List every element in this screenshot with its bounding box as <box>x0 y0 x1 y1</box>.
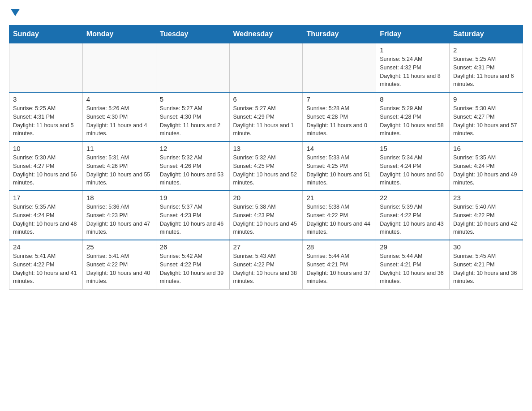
calendar-cell: 25Sunrise: 5:41 AMSunset: 4:22 PMDayligh… <box>82 240 156 289</box>
logo <box>9 9 20 16</box>
logo-triangle-icon <box>11 9 20 16</box>
day-info: Sunrise: 5:43 AMSunset: 4:22 PMDaylight:… <box>233 252 299 286</box>
calendar-cell: 3Sunrise: 5:25 AMSunset: 4:31 PMDaylight… <box>9 92 83 141</box>
day-info: Sunrise: 5:38 AMSunset: 4:22 PMDaylight:… <box>306 203 372 236</box>
week-row-2: 3Sunrise: 5:25 AMSunset: 4:31 PMDaylight… <box>9 92 523 141</box>
day-number: 30 <box>453 243 519 251</box>
calendar-cell: 16Sunrise: 5:35 AMSunset: 4:24 PMDayligh… <box>450 141 523 191</box>
calendar-cell: 24Sunrise: 5:41 AMSunset: 4:22 PMDayligh… <box>9 240 83 289</box>
day-info: Sunrise: 5:31 AMSunset: 4:26 PMDaylight:… <box>86 154 152 187</box>
day-number: 11 <box>86 145 152 152</box>
day-number: 26 <box>160 243 226 251</box>
day-number: 5 <box>160 95 226 103</box>
day-number: 28 <box>306 243 372 251</box>
calendar-cell: 2Sunrise: 5:25 AMSunset: 4:31 PMDaylight… <box>450 43 523 92</box>
week-row-3: 10Sunrise: 5:30 AMSunset: 4:27 PMDayligh… <box>9 141 523 191</box>
day-number: 27 <box>233 243 299 251</box>
calendar-cell: 13Sunrise: 5:32 AMSunset: 4:25 PMDayligh… <box>229 141 303 191</box>
calendar-cell: 26Sunrise: 5:42 AMSunset: 4:22 PMDayligh… <box>156 240 229 289</box>
day-number: 22 <box>380 194 446 201</box>
day-info: Sunrise: 5:37 AMSunset: 4:23 PMDaylight:… <box>160 203 226 236</box>
day-info: Sunrise: 5:27 AMSunset: 4:30 PMDaylight:… <box>160 104 226 138</box>
day-info: Sunrise: 5:32 AMSunset: 4:25 PMDaylight:… <box>233 154 299 187</box>
day-info: Sunrise: 5:32 AMSunset: 4:26 PMDaylight:… <box>160 154 226 187</box>
day-number: 7 <box>306 95 372 103</box>
calendar-cell: 28Sunrise: 5:44 AMSunset: 4:21 PMDayligh… <box>303 240 376 289</box>
day-info: Sunrise: 5:28 AMSunset: 4:28 PMDaylight:… <box>306 104 372 138</box>
calendar-cell <box>9 43 83 92</box>
day-number: 3 <box>13 95 79 103</box>
day-number: 13 <box>233 145 299 152</box>
weekday-header-thursday: Thursday <box>303 26 376 43</box>
day-info: Sunrise: 5:44 AMSunset: 4:21 PMDaylight:… <box>380 252 446 286</box>
day-info: Sunrise: 5:40 AMSunset: 4:22 PMDaylight:… <box>453 203 519 236</box>
calendar-cell <box>156 43 229 92</box>
week-row-4: 17Sunrise: 5:35 AMSunset: 4:24 PMDayligh… <box>9 191 523 240</box>
calendar-cell: 6Sunrise: 5:27 AMSunset: 4:29 PMDaylight… <box>229 92 303 141</box>
day-info: Sunrise: 5:41 AMSunset: 4:22 PMDaylight:… <box>86 252 152 286</box>
day-number: 18 <box>86 194 152 201</box>
day-info: Sunrise: 5:42 AMSunset: 4:22 PMDaylight:… <box>160 252 226 286</box>
calendar-cell: 27Sunrise: 5:43 AMSunset: 4:22 PMDayligh… <box>229 240 303 289</box>
day-number: 4 <box>86 95 152 103</box>
day-number: 25 <box>86 243 152 251</box>
day-info: Sunrise: 5:30 AMSunset: 4:27 PMDaylight:… <box>453 104 519 138</box>
calendar-cell: 29Sunrise: 5:44 AMSunset: 4:21 PMDayligh… <box>376 240 450 289</box>
week-row-1: 1Sunrise: 5:24 AMSunset: 4:32 PMDaylight… <box>9 43 523 92</box>
calendar-cell: 17Sunrise: 5:35 AMSunset: 4:24 PMDayligh… <box>9 191 83 240</box>
day-number: 15 <box>380 145 446 152</box>
day-info: Sunrise: 5:44 AMSunset: 4:21 PMDaylight:… <box>306 252 372 286</box>
day-info: Sunrise: 5:34 AMSunset: 4:24 PMDaylight:… <box>380 154 446 187</box>
calendar-cell: 18Sunrise: 5:36 AMSunset: 4:23 PMDayligh… <box>82 191 156 240</box>
calendar-cell: 4Sunrise: 5:26 AMSunset: 4:30 PMDaylight… <box>82 92 156 141</box>
weekday-header-monday: Monday <box>82 26 156 43</box>
day-number: 9 <box>453 95 519 103</box>
day-number: 20 <box>233 194 299 201</box>
calendar-cell: 9Sunrise: 5:30 AMSunset: 4:27 PMDaylight… <box>450 92 523 141</box>
page-header <box>9 9 523 16</box>
calendar-cell: 15Sunrise: 5:34 AMSunset: 4:24 PMDayligh… <box>376 141 450 191</box>
day-number: 29 <box>380 243 446 251</box>
weekday-header-sunday: Sunday <box>9 26 83 43</box>
weekday-header-row: SundayMondayTuesdayWednesdayThursdayFrid… <box>9 26 523 43</box>
day-number: 12 <box>160 145 226 152</box>
day-info: Sunrise: 5:26 AMSunset: 4:30 PMDaylight:… <box>86 104 152 138</box>
day-info: Sunrise: 5:29 AMSunset: 4:28 PMDaylight:… <box>380 104 446 138</box>
day-info: Sunrise: 5:41 AMSunset: 4:22 PMDaylight:… <box>13 252 79 286</box>
weekday-header-wednesday: Wednesday <box>229 26 303 43</box>
day-info: Sunrise: 5:36 AMSunset: 4:23 PMDaylight:… <box>86 203 152 236</box>
weekday-header-saturday: Saturday <box>450 26 523 43</box>
day-number: 16 <box>453 145 519 152</box>
day-info: Sunrise: 5:25 AMSunset: 4:31 PMDaylight:… <box>453 55 519 89</box>
day-info: Sunrise: 5:35 AMSunset: 4:24 PMDaylight:… <box>453 154 519 187</box>
calendar-cell: 19Sunrise: 5:37 AMSunset: 4:23 PMDayligh… <box>156 191 229 240</box>
calendar-cell: 11Sunrise: 5:31 AMSunset: 4:26 PMDayligh… <box>82 141 156 191</box>
calendar-cell: 22Sunrise: 5:39 AMSunset: 4:22 PMDayligh… <box>376 191 450 240</box>
day-number: 17 <box>13 194 79 201</box>
calendar-table: SundayMondayTuesdayWednesdayThursdayFrid… <box>9 25 523 290</box>
calendar-cell: 23Sunrise: 5:40 AMSunset: 4:22 PMDayligh… <box>450 191 523 240</box>
day-number: 21 <box>306 194 372 201</box>
calendar-cell: 14Sunrise: 5:33 AMSunset: 4:25 PMDayligh… <box>303 141 376 191</box>
weekday-header-tuesday: Tuesday <box>156 26 229 43</box>
calendar-cell: 10Sunrise: 5:30 AMSunset: 4:27 PMDayligh… <box>9 141 83 191</box>
day-number: 2 <box>453 46 519 54</box>
day-info: Sunrise: 5:45 AMSunset: 4:21 PMDaylight:… <box>453 252 519 286</box>
calendar-cell <box>82 43 156 92</box>
calendar-cell: 12Sunrise: 5:32 AMSunset: 4:26 PMDayligh… <box>156 141 229 191</box>
calendar-cell: 1Sunrise: 5:24 AMSunset: 4:32 PMDaylight… <box>376 43 450 92</box>
day-info: Sunrise: 5:27 AMSunset: 4:29 PMDaylight:… <box>233 104 299 138</box>
calendar-cell <box>303 43 376 92</box>
day-number: 8 <box>380 95 446 103</box>
calendar-cell: 20Sunrise: 5:38 AMSunset: 4:23 PMDayligh… <box>229 191 303 240</box>
day-info: Sunrise: 5:38 AMSunset: 4:23 PMDaylight:… <box>233 203 299 236</box>
day-info: Sunrise: 5:24 AMSunset: 4:32 PMDaylight:… <box>380 55 446 89</box>
calendar-cell: 21Sunrise: 5:38 AMSunset: 4:22 PMDayligh… <box>303 191 376 240</box>
day-info: Sunrise: 5:25 AMSunset: 4:31 PMDaylight:… <box>13 104 79 138</box>
calendar-cell: 30Sunrise: 5:45 AMSunset: 4:21 PMDayligh… <box>450 240 523 289</box>
calendar-cell: 7Sunrise: 5:28 AMSunset: 4:28 PMDaylight… <box>303 92 376 141</box>
calendar-cell: 5Sunrise: 5:27 AMSunset: 4:30 PMDaylight… <box>156 92 229 141</box>
day-number: 1 <box>380 46 446 54</box>
day-info: Sunrise: 5:35 AMSunset: 4:24 PMDaylight:… <box>13 203 79 236</box>
day-info: Sunrise: 5:33 AMSunset: 4:25 PMDaylight:… <box>306 154 372 187</box>
